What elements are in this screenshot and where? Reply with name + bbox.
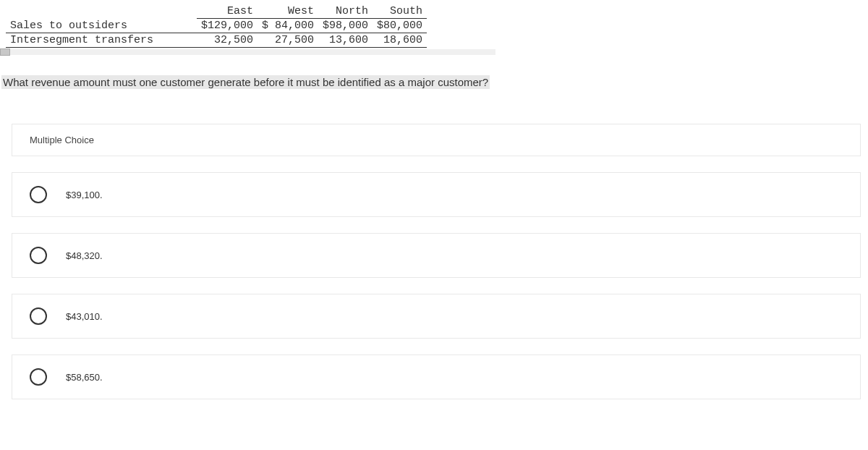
option-1[interactable]: $39,100.	[12, 172, 861, 217]
option-3[interactable]: $43,010.	[12, 294, 861, 339]
option-label: $48,320.	[66, 250, 103, 261]
mc-header: Multiple Choice	[12, 124, 861, 156]
cell-value: $ 84,000	[258, 19, 318, 33]
cell-value: $98,000	[318, 19, 373, 33]
col-header-east: East	[197, 4, 258, 19]
multiple-choice-container: Multiple Choice $39,100. $48,320. $43,01…	[12, 124, 861, 399]
cell-value: 13,600	[318, 33, 373, 48]
cell-value: $80,000	[373, 19, 427, 33]
radio-icon	[30, 186, 47, 203]
option-label: $39,100.	[66, 190, 103, 200]
option-4[interactable]: $58,650.	[12, 355, 861, 399]
question-text: What revenue amount must one customer ge…	[1, 75, 490, 89]
col-header-north: North	[318, 4, 373, 19]
cell-value: $129,000	[197, 19, 258, 33]
radio-icon	[30, 368, 47, 386]
radio-icon	[30, 247, 47, 264]
segment-data-table: East West North South Sales to outsiders…	[6, 4, 427, 48]
scrollbar-thumb[interactable]	[0, 48, 10, 56]
col-header-empty	[6, 4, 197, 19]
cell-value: 27,500	[258, 33, 318, 48]
radio-icon	[30, 307, 47, 325]
option-label: $58,650.	[66, 372, 103, 383]
table-row: Sales to outsiders $129,000 $ 84,000 $98…	[6, 19, 427, 33]
cell-value: 18,600	[373, 33, 427, 48]
option-label: $43,010.	[66, 311, 103, 322]
col-header-west: West	[258, 4, 318, 19]
cell-value: 32,500	[197, 33, 258, 48]
row-label: Sales to outsiders	[6, 19, 197, 33]
col-header-south: South	[373, 4, 427, 19]
row-label: Intersegment transfers	[6, 33, 197, 48]
table-row: Intersegment transfers 32,500 27,500 13,…	[6, 33, 427, 48]
option-2[interactable]: $48,320.	[12, 233, 861, 278]
horizontal-scrollbar[interactable]	[0, 49, 495, 55]
